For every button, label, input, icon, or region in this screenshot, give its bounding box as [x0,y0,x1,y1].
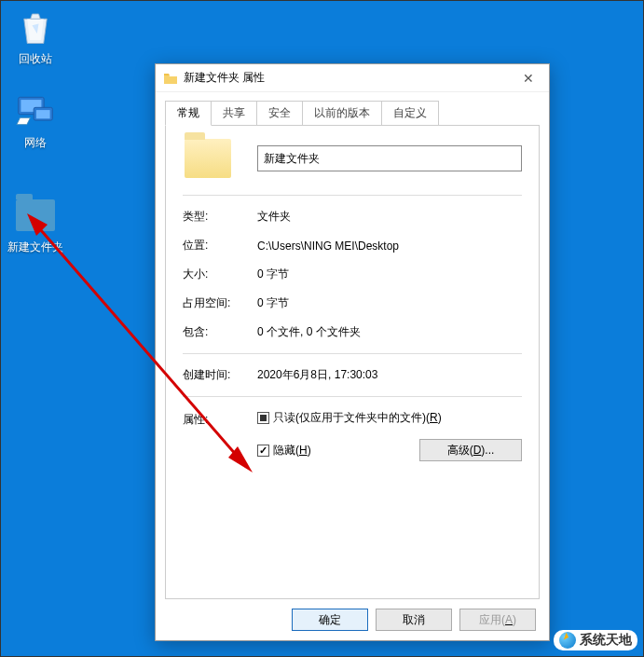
watermark-text: 系统天地 [580,632,632,649]
advanced-button[interactable]: 高级(D)... [419,439,522,461]
value-size-on-disk: 0 字节 [257,295,522,311]
value-created: 2020年6月8日, 17:30:03 [257,367,522,383]
desktop-icon-newfolder[interactable]: 新建文件夹 [3,193,68,255]
tab-general[interactable]: 常规 [165,101,212,126]
tabstrip: 常规 共享 安全 以前的版本 自定义 [165,100,540,125]
desktop-icon-network[interactable]: 网络 [3,89,68,151]
checkbox-checked-icon [257,445,269,457]
value-size: 0 字节 [257,267,522,282]
watermark: 系统天地 [554,630,637,650]
network-icon [13,89,58,133]
label-contains: 包含: [183,324,257,340]
tabpanel-general: 类型:文件夹 位置:C:\Users\NING MEI\Desktop 大小:0… [165,125,540,599]
label-size-on-disk: 占用空间: [183,295,257,311]
label-location: 位置: [183,238,257,253]
checkbox-readonly[interactable]: 只读(仅应用于文件夹中的文件)(R) [257,410,442,426]
desktop-icon-label: 回收站 [3,51,68,67]
folder-icon [185,139,231,178]
tab-sharing[interactable]: 共享 [211,101,257,126]
ok-button[interactable]: 确定 [292,609,368,631]
desktop-icon-recycle[interactable]: 回收站 [3,5,68,67]
value-type: 文件夹 [257,209,522,225]
dialog-title: 新建文件夹 属性 [184,70,507,86]
checkbox-hidden[interactable]: 隐藏(H) [257,443,311,459]
checkbox-hidden-label: 隐藏(H) [273,443,311,459]
checkbox-indeterminate-icon [257,412,269,424]
folder-icon [13,193,58,238]
globe-icon [559,632,576,649]
desktop-icon-label: 新建文件夹 [3,240,68,255]
label-attributes: 属性: [183,410,257,428]
value-location: C:\Users\NING MEI\Desktop [257,240,522,253]
checkbox-readonly-label: 只读(仅应用于文件夹中的文件)(R) [273,410,442,426]
label-type: 类型: [183,209,257,225]
cancel-button[interactable]: 取消 [376,609,452,631]
label-created: 创建时间: [183,367,257,383]
folder-name-input[interactable] [257,145,522,171]
tab-security[interactable]: 安全 [256,101,303,126]
label-size: 大小: [183,267,257,282]
properties-dialog: 新建文件夹 属性 ✕ 常规 共享 安全 以前的版本 自定义 类型:文件夹 位置:… [155,63,550,641]
svg-rect-3 [36,110,50,118]
dialog-buttonbar: 确定 取消 应用(A) [165,599,540,631]
titlebar[interactable]: 新建文件夹 属性 ✕ [156,64,549,92]
recycle-bin-icon [13,5,58,49]
tab-custom[interactable]: 自定义 [381,101,439,126]
tab-previous-versions[interactable]: 以前的版本 [302,101,382,126]
value-contains: 0 个文件, 0 个文件夹 [257,324,522,340]
desktop-icon-label: 网络 [3,135,68,151]
close-button[interactable]: ✕ [507,64,549,91]
folder-icon [163,71,178,86]
apply-button[interactable]: 应用(A) [459,609,536,631]
